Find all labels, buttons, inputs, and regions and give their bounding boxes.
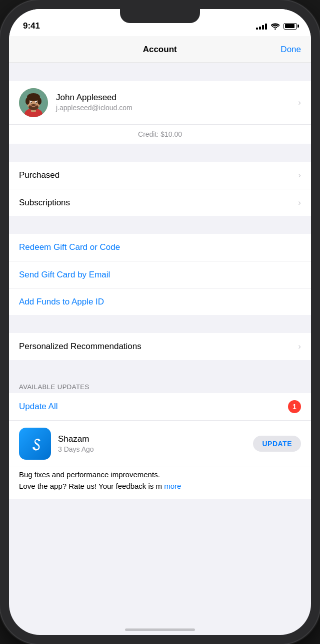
updates-header-text: AVAILABLE UPDATES [19, 383, 90, 391]
nav-title: Account [39, 45, 280, 55]
user-info: John Appleseed j.appleseed@icloud.com [56, 92, 298, 113]
svg-point-14 [25, 434, 45, 454]
purchased-chevron: › [298, 170, 301, 180]
svg-point-12 [30, 102, 32, 103]
purchased-section: Purchased › Subscriptions › [9, 162, 311, 216]
home-indicator[interactable] [125, 628, 195, 631]
shazam-date: 3 Days Ago [58, 445, 246, 453]
update-badge: 1 [288, 400, 301, 413]
shazam-details: Shazam 3 Days Ago [58, 434, 246, 453]
send-gift-row[interactable]: Send Gift Card by Email [9, 261, 311, 288]
gift-card-section: Redeem Gift Card or Code Send Gift Card … [9, 234, 311, 315]
shazam-logo [25, 434, 45, 454]
svg-point-8 [38, 98, 42, 105]
redeem-row[interactable]: Redeem Gift Card or Code [9, 234, 311, 261]
shazam-row: Shazam 3 Days Ago UPDATE [9, 421, 311, 467]
recommendations-chevron: › [298, 342, 301, 352]
credit-row: Credit: $10.00 [9, 124, 311, 144]
svg-point-13 [36, 102, 36, 103]
more-link[interactable]: more [164, 482, 181, 490]
updates-section: Update All 1 Shazam 3 Days Ago [9, 393, 311, 499]
user-row[interactable]: John Appleseed j.appleseed@icloud.com › [9, 81, 311, 124]
shazam-name: Shazam [58, 434, 246, 444]
purchased-label: Purchased [19, 170, 60, 180]
app-desc-text: Bug fixes and performance improvements.L… [19, 470, 164, 490]
subscriptions-chevron: › [298, 198, 301, 208]
section-gap-1 [9, 144, 311, 162]
signal-icon [256, 23, 267, 30]
update-all-label: Update All [19, 402, 58, 412]
credit-text: Credit: $10.00 [138, 130, 182, 138]
update-all-row[interactable]: Update All 1 [9, 393, 311, 421]
user-email: j.appleseed@icloud.com [56, 103, 298, 113]
avatar [19, 88, 48, 117]
updates-header: AVAILABLE UPDATES [9, 378, 311, 393]
user-name: John Appleseed [56, 92, 298, 103]
add-funds-label: Add Funds to Apple ID [19, 297, 104, 307]
app-description: Bug fixes and performance improvements.L… [9, 467, 311, 499]
nav-bar: Account Done [9, 36, 311, 63]
bottom-padding [9, 499, 311, 529]
section-gap-2 [9, 216, 311, 234]
subscriptions-label: Subscriptions [19, 198, 70, 208]
status-time: 9:41 [23, 21, 40, 31]
add-funds-row[interactable]: Add Funds to Apple ID [9, 288, 311, 315]
status-icons [256, 23, 297, 30]
done-button[interactable]: Done [280, 45, 301, 55]
redeem-label: Redeem Gift Card or Code [19, 242, 120, 252]
avatar-image [19, 88, 48, 117]
content-area: John Appleseed j.appleseed@icloud.com › … [9, 63, 311, 635]
user-section: John Appleseed j.appleseed@icloud.com › … [9, 81, 311, 144]
subscriptions-row[interactable]: Subscriptions › [9, 189, 311, 216]
purchased-row[interactable]: Purchased › [9, 162, 311, 189]
recommendations-label: Personalized Recommendations [19, 342, 142, 352]
section-gap-3 [9, 315, 311, 333]
wifi-icon [271, 23, 280, 30]
recommendations-row[interactable]: Personalized Recommendations › [9, 333, 311, 360]
svg-point-9 [28, 104, 38, 110]
shazam-icon [19, 428, 51, 460]
phone-frame: 9:41 Account Done [0, 0, 320, 644]
send-gift-label: Send Gift Card by Email [19, 270, 110, 280]
recommendations-section: Personalized Recommendations › [9, 333, 311, 360]
notch [120, 9, 200, 23]
section-gap-4 [9, 360, 311, 378]
battery-icon [284, 23, 297, 30]
section-gap-top [9, 63, 311, 81]
user-chevron: › [298, 98, 301, 108]
screen: 9:41 Account Done [9, 9, 311, 635]
shazam-update-button[interactable]: UPDATE [253, 436, 301, 452]
svg-point-7 [26, 98, 30, 105]
